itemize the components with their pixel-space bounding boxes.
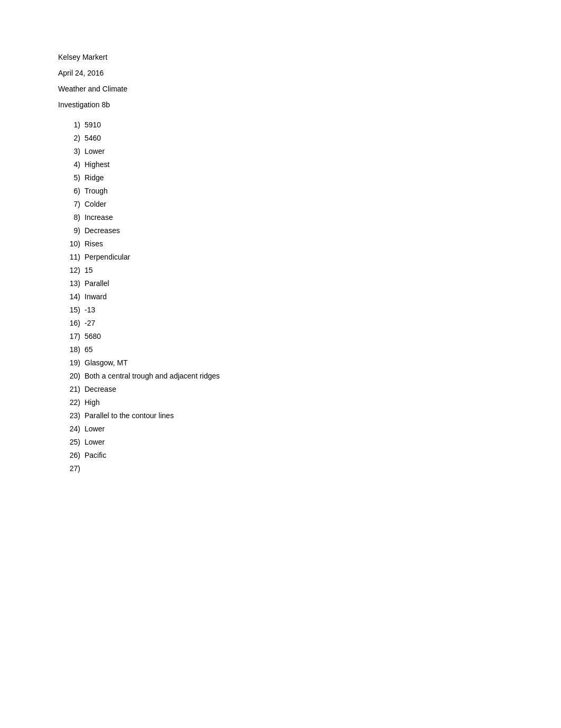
answer-number: 1) (58, 119, 85, 131)
list-item: 6)Trough (58, 186, 503, 197)
date: April 24, 2016 (58, 69, 503, 77)
answer-text: -27 (85, 318, 503, 329)
answer-number: 4) (58, 159, 85, 170)
list-item: 14)Inward (58, 291, 503, 302)
list-item: 3)Lower (58, 146, 503, 157)
list-item: 4)Highest (58, 159, 503, 170)
answer-text: Rises (85, 238, 503, 250)
answer-number: 19) (58, 357, 85, 368)
list-item: 1)5910 (58, 119, 503, 131)
answer-number: 25) (58, 437, 85, 448)
answer-text: 5680 (85, 331, 503, 342)
list-item: 21)Decrease (58, 384, 503, 395)
answer-text: 5460 (85, 133, 503, 144)
answer-number: 8) (58, 212, 85, 223)
list-item: 23)Parallel to the contour lines (58, 410, 503, 421)
list-item: 17)5680 (58, 331, 503, 342)
list-item: 20)Both a central trough and adjacent ri… (58, 371, 503, 382)
answer-text: 65 (85, 344, 503, 355)
list-item: 15)-13 (58, 305, 503, 316)
page-container: Kelsey Markert April 24, 2016 Weather an… (0, 0, 561, 529)
answer-number: 5) (58, 172, 85, 183)
answer-text: Trough (85, 186, 503, 197)
list-item: 26)Pacific (58, 450, 503, 461)
answer-number: 21) (58, 384, 85, 395)
answer-number: 12) (58, 265, 85, 276)
answer-text: Pacific (85, 450, 503, 461)
answer-number: 11) (58, 252, 85, 263)
answer-number: 18) (58, 344, 85, 355)
answer-number: 10) (58, 238, 85, 250)
answer-number: 15) (58, 305, 85, 316)
header-section: Kelsey Markert April 24, 2016 Weather an… (58, 53, 503, 109)
answer-text: Lower (85, 423, 503, 435)
answer-number: 24) (58, 423, 85, 435)
list-item: 2)5460 (58, 133, 503, 144)
answer-number: 16) (58, 318, 85, 329)
list-item: 27) (58, 463, 503, 474)
answer-text: Lower (85, 146, 503, 157)
answer-text: 15 (85, 265, 503, 276)
list-item: 18)65 (58, 344, 503, 355)
answer-number: 26) (58, 450, 85, 461)
list-item: 5)Ridge (58, 172, 503, 183)
list-item: 8)Increase (58, 212, 503, 223)
answer-text: Parallel (85, 278, 503, 289)
list-item: 12)15 (58, 265, 503, 276)
answer-text: Both a central trough and adjacent ridge… (85, 371, 503, 382)
list-item: 7)Colder (58, 199, 503, 210)
answer-number: 27) (58, 463, 85, 474)
list-item: 24)Lower (58, 423, 503, 435)
answer-text: High (85, 397, 503, 408)
answer-text: Inward (85, 291, 503, 302)
answer-text: Ridge (85, 172, 503, 183)
answer-number: 6) (58, 186, 85, 197)
answer-text: Colder (85, 199, 503, 210)
subject: Weather and Climate (58, 85, 503, 93)
answer-text: Decrease (85, 384, 503, 395)
investigation-title: Investigation 8b (58, 100, 503, 109)
list-item: 11)Perpendicular (58, 252, 503, 263)
answer-text: 5910 (85, 119, 503, 131)
list-item: 10)Rises (58, 238, 503, 250)
answers-list: 1)59102)54603)Lower4)Highest5)Ridge6)Tro… (58, 119, 503, 474)
answer-number: 3) (58, 146, 85, 157)
list-item: 9)Decreases (58, 225, 503, 236)
answer-text: Lower (85, 437, 503, 448)
answer-number: 9) (58, 225, 85, 236)
list-item: 19)Glasgow, MT (58, 357, 503, 368)
list-item: 22)High (58, 397, 503, 408)
answer-number: 7) (58, 199, 85, 210)
answer-number: 14) (58, 291, 85, 302)
answer-text: Perpendicular (85, 252, 503, 263)
answer-text: Increase (85, 212, 503, 223)
answer-number: 17) (58, 331, 85, 342)
list-item: 16)-27 (58, 318, 503, 329)
answer-text: Parallel to the contour lines (85, 410, 503, 421)
answer-number: 2) (58, 133, 85, 144)
answer-number: 13) (58, 278, 85, 289)
author-name: Kelsey Markert (58, 53, 503, 61)
answer-text: Decreases (85, 225, 503, 236)
answer-number: 22) (58, 397, 85, 408)
answer-number: 20) (58, 371, 85, 382)
list-item: 13)Parallel (58, 278, 503, 289)
answer-number: 23) (58, 410, 85, 421)
list-item: 25)Lower (58, 437, 503, 448)
answer-text: Highest (85, 159, 503, 170)
answer-text: Glasgow, MT (85, 357, 503, 368)
answer-text: -13 (85, 305, 503, 316)
